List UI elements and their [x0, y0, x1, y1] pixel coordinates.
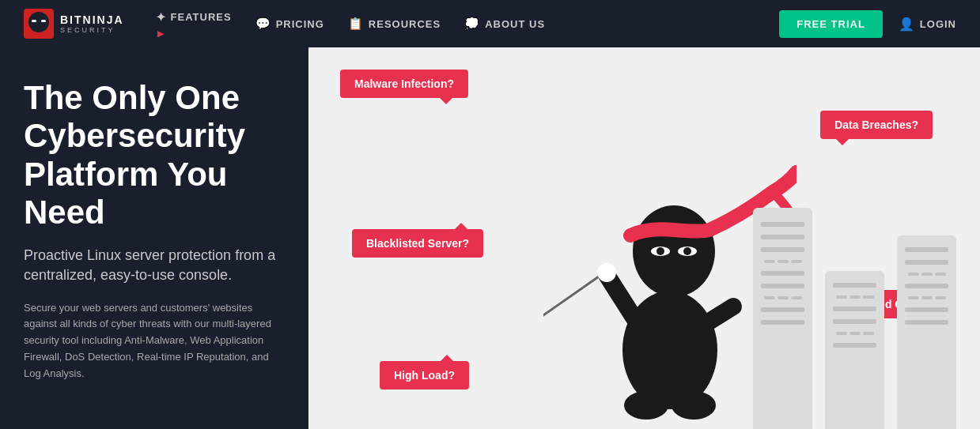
about-label: ABOUT US [485, 18, 545, 30]
logo-icon [24, 9, 54, 39]
svg-point-8 [633, 205, 715, 297]
hero-title: The Only One Cybersecurity Platform You … [24, 79, 285, 231]
features-arrow: ▶ [157, 29, 165, 38]
logo-sub: SECURITY [60, 26, 124, 34]
bubble-malware: Malware Infection? [340, 70, 468, 98]
bubble-blacklisted: Blacklisted Server? [352, 229, 483, 258]
nav-links: ✦ FEATURES ▶ 💬 PRICING 📋 RESOURCES 💭 ABO… [156, 10, 780, 38]
resources-label: RESOURCES [369, 18, 441, 30]
hero-left-panel: The Only One Cybersecurity Platform You … [0, 47, 308, 429]
server-block-3 [897, 235, 956, 429]
chat-icon: 💬 [255, 17, 271, 31]
svg-point-5 [597, 263, 616, 282]
comment-icon: 💭 [464, 17, 480, 31]
bubble-highload: High Load? [380, 361, 469, 389]
logo[interactable]: BITNINJA SECURITY [24, 9, 124, 39]
hero-description: Secure your web servers and customers' w… [24, 300, 285, 382]
svg-line-4 [702, 307, 733, 326]
hero-right-panel: Malware Infection? Data Breaches? Blackl… [308, 47, 980, 429]
hero-subtitle: Proactive Linux server protection from a… [24, 246, 285, 285]
nav-resources[interactable]: 📋 RESOURCES [348, 17, 441, 31]
nav-features[interactable]: ✦ FEATURES ▶ [156, 10, 232, 38]
user-icon: 👤 [899, 17, 915, 32]
logo-brand: BITNINJA [60, 13, 124, 26]
logo-text: BITNINJA SECURITY [60, 13, 124, 34]
hero-section: The Only One Cybersecurity Platform You … [0, 47, 980, 429]
svg-point-12 [683, 247, 691, 255]
login-label: LOGIN [920, 18, 956, 30]
bubble-breaches: Data Breaches? [820, 111, 933, 139]
server-blocks [753, 208, 980, 429]
free-trial-button[interactable]: FREE TRIAL [779, 10, 883, 38]
server-block-1 [753, 208, 812, 429]
server-block-2 [825, 271, 884, 429]
nav-right: FREE TRIAL 👤 LOGIN [779, 10, 956, 38]
login-button[interactable]: 👤 LOGIN [899, 17, 956, 32]
pricing-label: PRICING [276, 18, 324, 30]
svg-point-11 [656, 247, 664, 255]
nav-pricing[interactable]: 💬 PRICING [255, 17, 324, 31]
navbar: BITNINJA SECURITY ✦ FEATURES ▶ 💬 PRICING… [0, 0, 980, 47]
star-icon: ✦ [156, 10, 167, 24]
svg-point-7 [672, 391, 716, 420]
book-icon: 📋 [348, 17, 364, 31]
svg-line-0 [543, 271, 607, 382]
nav-about[interactable]: 💭 ABOUT US [464, 17, 545, 31]
svg-line-3 [607, 275, 634, 318]
features-label: FEATURES [171, 11, 232, 23]
svg-point-6 [624, 391, 668, 420]
